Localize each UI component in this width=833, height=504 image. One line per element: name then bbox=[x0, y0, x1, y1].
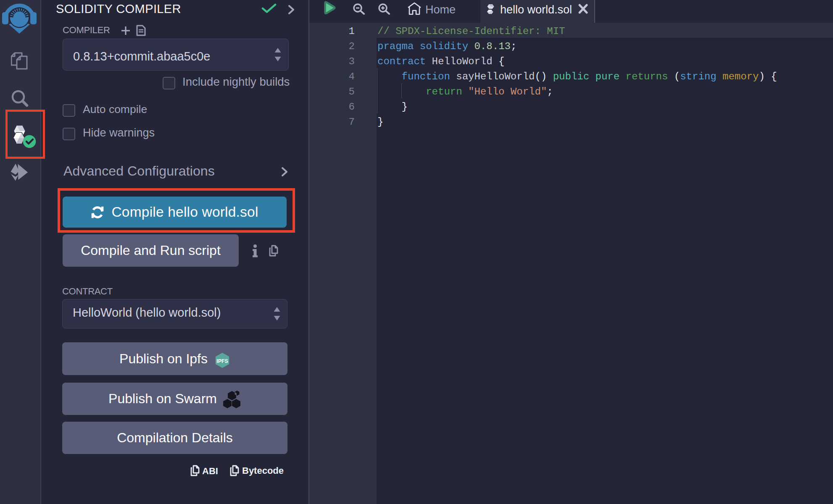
svg-text:IPFS: IPFS bbox=[216, 358, 228, 364]
